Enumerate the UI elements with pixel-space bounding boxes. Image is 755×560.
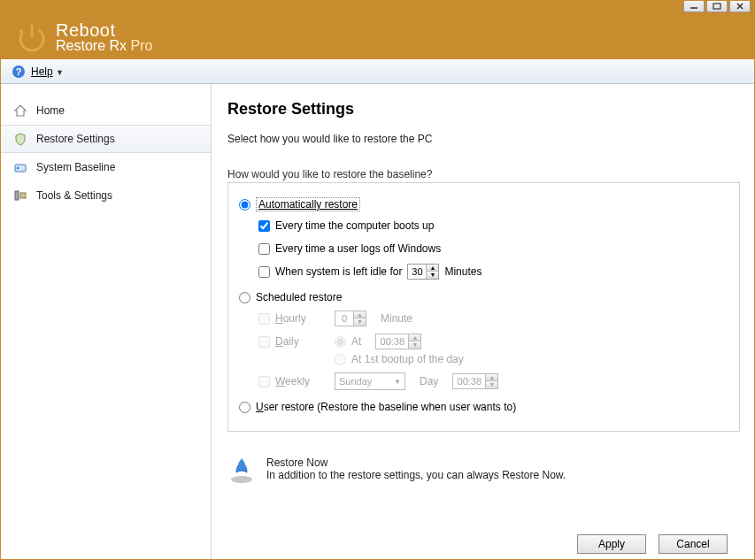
radio-daily-at[interactable] (335, 336, 346, 348)
radio-auto-restore-label: Automatically restore (256, 197, 360, 211)
radio-daily-bootup-label: At 1st bootup of the day (351, 353, 464, 365)
apply-button[interactable]: Apply (577, 534, 646, 554)
svg-rect-1 (713, 4, 720, 9)
idle-minutes-spinner[interactable]: 30 ▲▼ (407, 264, 439, 280)
menubar: ? Help ▼ (1, 59, 754, 84)
sidebar-item-restore-settings[interactable]: Restore Settings (1, 125, 211, 153)
svg-point-11 (17, 167, 19, 169)
radio-user-restore[interactable] (239, 402, 250, 413)
spinner-down-icon[interactable]: ▼ (353, 318, 366, 326)
radio-auto-restore-row: Automatically restore (239, 197, 728, 211)
sidebar: Home Restore Settings System Baseline To… (1, 84, 212, 559)
checkbox-weekly-label: Weekly (275, 375, 310, 387)
help-menu[interactable]: Help ▼ (31, 65, 64, 78)
checkbox-idle-label: When system is left idle for (275, 265, 402, 278)
weekly-day-label: Day (420, 375, 438, 387)
sidebar-item-system-baseline[interactable]: System Baseline (1, 153, 211, 181)
chevron-down-icon: ▼ (56, 68, 64, 77)
checkbox-bootup-label: Every time the computer boots up (275, 219, 434, 232)
window-titlebar (1, 1, 754, 15)
fieldset-question: How would you like to restore the baseli… (227, 168, 740, 180)
hourly-unit-label: Minute (381, 312, 412, 325)
app-title-line2: Restore Rx Pro (56, 39, 152, 53)
checkbox-logoff[interactable] (258, 243, 270, 255)
weekly-time-spinner[interactable]: 00:38 ▲▼ (452, 373, 498, 389)
svg-rect-13 (20, 193, 26, 198)
idle-unit-label: Minutes (444, 265, 482, 278)
home-icon (13, 104, 27, 118)
radio-user-restore-label: User restore (Restore the baseline when … (256, 401, 516, 413)
svg-marker-9 (15, 105, 26, 116)
checkbox-logoff-label: Every time a user logs off Windows (275, 242, 441, 255)
checkbox-hourly-label: HHourlyourly (275, 312, 306, 325)
app-title-line1: Reboot (56, 21, 152, 39)
sidebar-item-label: Restore Settings (36, 133, 115, 145)
daily-time-spinner[interactable]: 00:38 ▲▼ (375, 334, 421, 349)
restore-now-subtitle: In addition to the restore settings, you… (266, 469, 566, 481)
spinner-down-icon[interactable]: ▼ (408, 341, 420, 349)
spinner-down-icon[interactable]: ▼ (485, 381, 497, 388)
checkbox-daily[interactable] (258, 336, 270, 348)
checkbox-weekly[interactable] (258, 376, 270, 387)
sidebar-item-label: Home (36, 104, 65, 117)
checkbox-bootup[interactable] (258, 220, 270, 232)
svg-marker-15 (238, 458, 245, 464)
shield-icon (13, 132, 27, 146)
cancel-button[interactable]: Cancel (659, 534, 728, 554)
checkbox-idle[interactable] (258, 266, 270, 278)
radio-auto-restore[interactable] (239, 199, 250, 211)
radio-daily-at-label: At (351, 335, 361, 348)
baseline-icon (13, 160, 27, 174)
spinner-up-icon[interactable]: ▲ (353, 311, 366, 318)
spinner-up-icon[interactable]: ▲ (408, 334, 420, 341)
svg-rect-12 (15, 191, 19, 200)
close-button[interactable] (729, 0, 751, 12)
weekly-day-combo[interactable]: Sunday ▼ (335, 372, 405, 390)
spinner-up-icon[interactable]: ▲ (485, 374, 497, 381)
spinner-up-icon[interactable]: ▲ (426, 265, 438, 272)
radio-daily-bootup[interactable] (335, 354, 346, 365)
radio-scheduled-restore-label: Scheduled restore (256, 291, 342, 303)
tools-icon (13, 188, 27, 203)
spinner-down-icon[interactable]: ▼ (426, 272, 438, 279)
minimize-button[interactable] (683, 0, 705, 12)
restore-now-section: Restore Now In addition to the restore s… (227, 456, 740, 487)
restore-options-fieldset: Automatically restore Every time the com… (227, 182, 740, 432)
chevron-down-icon: ▼ (394, 378, 401, 386)
restore-now-title: Restore Now (266, 456, 566, 469)
checkbox-daily-label: Daily (275, 335, 299, 348)
restore-now-icon (227, 456, 256, 487)
page-description: Select how you would like to restore the… (227, 133, 740, 145)
svg-text:?: ? (16, 66, 22, 77)
reboot-icon (15, 20, 49, 54)
radio-scheduled-restore[interactable] (239, 292, 250, 303)
main-panel: Restore Settings Select how you would li… (212, 84, 754, 559)
checkbox-hourly[interactable] (258, 313, 270, 325)
svg-point-14 (231, 476, 252, 483)
sidebar-item-label: Tools & Settings (36, 189, 112, 202)
help-icon: ? (12, 65, 26, 79)
app-header: Reboot Restore Rx Pro (1, 15, 754, 59)
hourly-spinner[interactable]: 0 ▲▼ (335, 311, 366, 326)
svg-rect-10 (15, 165, 26, 172)
sidebar-item-tools-settings[interactable]: Tools & Settings (1, 181, 211, 210)
sidebar-item-home[interactable]: Home (1, 96, 211, 125)
page-title: Restore Settings (227, 100, 740, 119)
sidebar-item-label: System Baseline (36, 161, 115, 173)
app-logo: Reboot Restore Rx Pro (15, 20, 152, 54)
maximize-button[interactable] (706, 0, 728, 12)
